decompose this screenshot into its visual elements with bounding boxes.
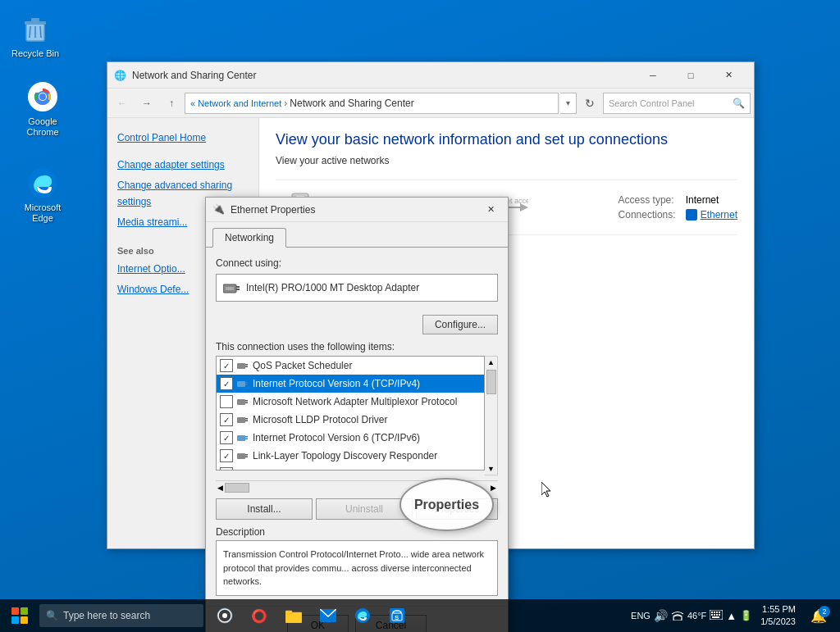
- svg-rect-28: [237, 363, 245, 369]
- sidebar-control-panel-home[interactable]: Control Panel Home: [107, 128, 258, 148]
- install-button[interactable]: Install...: [216, 498, 313, 520]
- close-button[interactable]: ✕: [710, 62, 747, 89]
- lltd-mapper-icon: [236, 467, 249, 471]
- dialog-title-text: Ethernet Properties: [231, 204, 480, 216]
- properties-button[interactable]: Properties: [416, 498, 498, 520]
- list-item-multiplexor[interactable]: Microsoft Network Adapter Multiplexor Pr…: [217, 393, 484, 411]
- lltd-mapper-checkbox[interactable]: ✓: [220, 467, 233, 471]
- window-controls: ─ □ ✕: [634, 62, 747, 89]
- svg-rect-35: [245, 400, 248, 402]
- scroll-track[interactable]: [486, 368, 496, 463]
- language-indicator[interactable]: ENG: [631, 611, 651, 621]
- multiplexor-checkbox[interactable]: [220, 395, 233, 408]
- qos-icon: [236, 359, 249, 372]
- svg-rect-41: [245, 436, 248, 438]
- svg-rect-32: [245, 382, 248, 384]
- edge-taskbar-button[interactable]: [348, 601, 377, 630]
- qos-checkbox[interactable]: ✓: [220, 359, 233, 372]
- lltd-responder-checkbox[interactable]: ✓: [220, 449, 233, 462]
- dialog-body: Connect using: Intel(R) PRO/1000 MT Desk…: [206, 248, 508, 606]
- svg-point-10: [39, 93, 46, 100]
- taskbar-clock[interactable]: 1:55 PM 1/5/2023: [756, 603, 801, 629]
- lldp-checkbox[interactable]: ✓: [220, 413, 233, 426]
- up-button[interactable]: ↑: [160, 92, 183, 115]
- task-view-button[interactable]: [210, 601, 240, 630]
- scroll-down-btn[interactable]: ▼: [486, 463, 496, 475]
- dialog-close-button[interactable]: ✕: [480, 200, 501, 220]
- svg-rect-38: [245, 418, 248, 420]
- google-chrome-icon[interactable]: Google Chrome: [10, 74, 75, 144]
- qos-label: QoS Packet Scheduler: [253, 360, 352, 371]
- items-list[interactable]: ✓ QoS Packet Scheduler ✓: [216, 356, 485, 471]
- svg-rect-62: [711, 612, 713, 613]
- clock-date: 1/5/2023: [760, 616, 796, 628]
- breadcrumb-network-internet[interactable]: « Network and Internet: [190, 98, 281, 108]
- svg-rect-66: [711, 614, 713, 616]
- list-item-ipv4[interactable]: ✓ Internet Protocol Version 4 (TCP/IPv4): [217, 375, 484, 393]
- recycle-bin-icon[interactable]: Recycle Bin: [2, 6, 68, 66]
- svg-rect-2: [31, 18, 39, 21]
- network-icon-tray[interactable]: [671, 609, 684, 623]
- list-item-lldp[interactable]: ✓ Microsoft LLDP Protocol Driver: [217, 411, 484, 429]
- connections-label: Connections:: [619, 209, 676, 221]
- file-explorer-button[interactable]: [279, 601, 308, 630]
- scroll-left-btn[interactable]: ◀: [216, 482, 225, 493]
- svg-rect-67: [714, 614, 715, 616]
- svg-rect-31: [237, 381, 245, 387]
- address-dropdown[interactable]: ▾: [560, 93, 577, 114]
- items-list-container: ✓ QoS Packet Scheduler ✓: [216, 356, 498, 475]
- minimize-button[interactable]: ─: [634, 62, 672, 89]
- svg-rect-37: [237, 417, 245, 423]
- svg-line-5: [40, 26, 41, 38]
- battery-icon[interactable]: 🔋: [740, 610, 752, 621]
- scroll-thumb[interactable]: [486, 370, 496, 394]
- back-button[interactable]: ←: [111, 92, 134, 115]
- horizontal-scrollbar[interactable]: ◀ ▶: [216, 480, 498, 493]
- volume-icon[interactable]: 🔊: [654, 609, 668, 622]
- h-scroll-thumb[interactable]: [225, 483, 249, 493]
- configure-button[interactable]: Configure...: [422, 315, 498, 334]
- ethernet-link[interactable]: Ethernet: [701, 209, 737, 221]
- up-arrow-tray[interactable]: ▲: [726, 610, 737, 622]
- scroll-up-btn[interactable]: ▲: [486, 357, 496, 368]
- connections-value[interactable]: Ethernet: [686, 209, 737, 221]
- temperature-display[interactable]: 46°F: [687, 611, 706, 621]
- list-item-lltd-responder[interactable]: ✓ Link-Layer Topology Discovery Responde…: [217, 447, 484, 465]
- mail-button[interactable]: [313, 601, 343, 630]
- sidebar-change-adapter[interactable]: Change adapter settings: [107, 155, 258, 175]
- microsoft-edge-icon[interactable]: Microsoft Edge: [10, 160, 75, 230]
- keyboard-icon[interactable]: [710, 610, 723, 622]
- clock-time: 1:55 PM: [760, 603, 796, 616]
- ipv4-icon: [236, 377, 249, 390]
- uninstall-button[interactable]: Uninstall: [316, 498, 413, 520]
- breadcrumb-sep-1: ›: [284, 98, 287, 109]
- view-active-networks: View your active networks: [276, 155, 737, 166]
- taskbar-search[interactable]: 🔍 Type here to search: [39, 604, 203, 627]
- ethernet-properties-dialog[interactable]: 🔌 Ethernet Properties ✕ Networking Conne…: [205, 197, 509, 632]
- ipv6-checkbox[interactable]: ✓: [220, 431, 233, 444]
- access-type-row: Access type: Internet Connections: Ether…: [619, 194, 737, 221]
- window-toolbar: ← → ↑ « Network and Internet › Network a…: [107, 89, 754, 118]
- svg-rect-25: [236, 286, 240, 288]
- address-bar[interactable]: « Network and Internet › Network and Sha…: [185, 93, 559, 114]
- list-item-ipv6[interactable]: ✓ Internet Protocol Version 6 (TCP/IPv6): [217, 429, 484, 447]
- system-tray: ENG 🔊 46°F: [631, 601, 840, 630]
- tab-networking[interactable]: Networking: [212, 228, 286, 248]
- search-cortana-button[interactable]: ⭕: [244, 601, 274, 630]
- list-scrollbar[interactable]: ▲ ▼: [485, 356, 498, 475]
- store-button[interactable]: S: [382, 601, 412, 630]
- maximize-button[interactable]: □: [672, 62, 710, 89]
- ipv4-checkbox[interactable]: ✓: [220, 377, 233, 390]
- refresh-button[interactable]: ↻: [578, 93, 601, 114]
- scroll-right-btn[interactable]: ▶: [489, 482, 498, 493]
- svg-rect-30: [245, 366, 248, 368]
- lltd-mapper-label: Link-Layer Topology Discovery Mapper I/O…: [253, 468, 457, 471]
- list-item-lltd-mapper[interactable]: ✓ Link-Layer Topology Discovery Mapper I…: [217, 465, 484, 471]
- notification-center[interactable]: 🔔 2: [804, 601, 833, 630]
- search-box[interactable]: Search Control Panel 🔍: [603, 93, 751, 114]
- recycle-bin-image: [19, 12, 52, 45]
- start-button[interactable]: [0, 599, 39, 632]
- description-box: Transmission Control Protocol/Internet P…: [216, 540, 498, 596]
- list-item-qos[interactable]: ✓ QoS Packet Scheduler: [217, 357, 484, 375]
- forward-button[interactable]: →: [135, 92, 158, 115]
